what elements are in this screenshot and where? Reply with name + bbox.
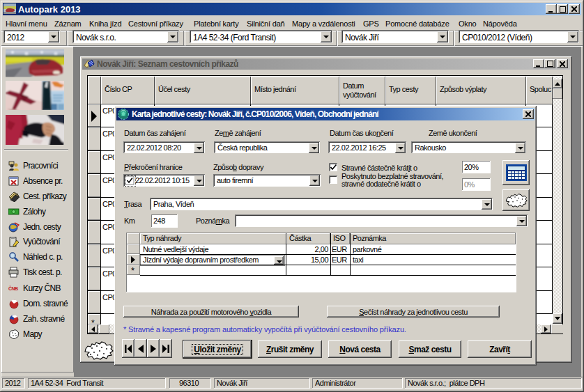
svg-text:ČNB: ČNB bbox=[8, 285, 18, 291]
